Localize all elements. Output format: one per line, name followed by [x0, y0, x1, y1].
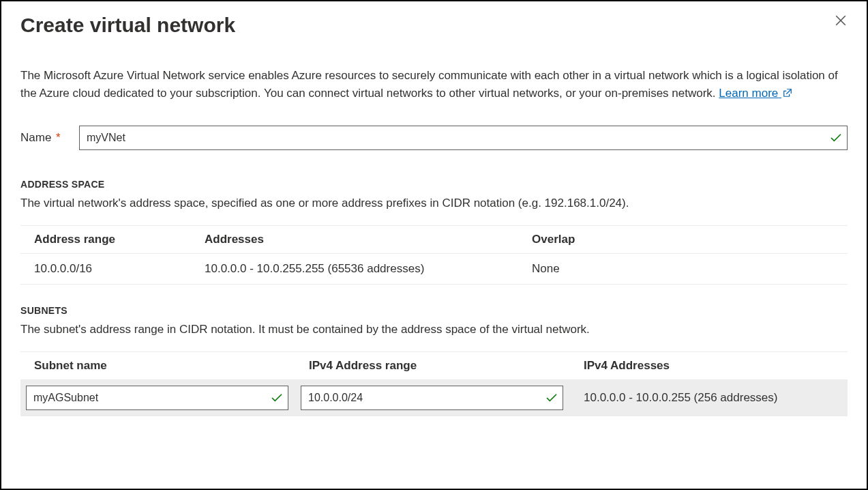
- address-space-desc: The virtual network's address space, spe…: [20, 197, 848, 210]
- table-header-row: Subnet name IPv4 Address range IPv4 Addr…: [20, 351, 848, 379]
- check-icon: [545, 393, 558, 403]
- address-space-heading: ADDRESS SPACE: [20, 179, 848, 190]
- create-vnet-panel: Create virtual network The Microsoft Azu…: [0, 0, 868, 490]
- intro-text: The Microsoft Azure Virtual Network serv…: [20, 67, 848, 104]
- col-subnet-range: IPv4 Address range: [295, 351, 570, 379]
- name-row: Name *: [20, 126, 848, 150]
- intro-body: The Microsoft Azure Virtual Network serv…: [20, 69, 838, 100]
- cell-address-range: 10.0.0.0/16: [20, 253, 191, 284]
- subnets-desc: The subnet's address range in CIDR notat…: [20, 323, 848, 336]
- check-icon: [271, 393, 283, 403]
- name-input-wrap: [79, 126, 848, 150]
- required-asterisk: *: [56, 131, 61, 144]
- name-label: Name *: [20, 131, 79, 145]
- subnet-range-wrap: [301, 386, 563, 410]
- address-space-table: Address range Addresses Overlap 10.0.0.0…: [20, 225, 848, 285]
- learn-more-link[interactable]: Learn more: [719, 87, 792, 100]
- subnets-table: Subnet name IPv4 Address range IPv4 Addr…: [20, 351, 848, 416]
- name-input[interactable]: [79, 126, 848, 150]
- subnet-range-input[interactable]: [301, 386, 563, 410]
- subnets-heading: SUBNETS: [20, 305, 848, 316]
- col-addresses: Addresses: [191, 225, 518, 253]
- table-row[interactable]: 10.0.0.0/16 10.0.0.0 - 10.0.255.255 (655…: [20, 253, 848, 284]
- subnet-name-wrap: [26, 386, 288, 410]
- col-subnet-addresses: IPv4 Addresses: [570, 351, 848, 379]
- check-icon: [830, 133, 842, 143]
- table-row: 10.0.0.0 - 10.0.0.255 (256 addresses): [20, 379, 848, 416]
- cell-addresses: 10.0.0.0 - 10.0.255.255 (65536 addresses…: [191, 253, 518, 284]
- panel-title: Create virtual network: [20, 14, 848, 37]
- svg-line-2: [786, 89, 791, 94]
- external-link-icon: [783, 85, 792, 103]
- close-icon: [835, 14, 847, 29]
- close-button[interactable]: [831, 12, 850, 31]
- subnet-addresses-value: 10.0.0.0 - 10.0.0.255 (256 addresses): [575, 391, 841, 405]
- col-address-range: Address range: [20, 225, 191, 253]
- learn-more-label: Learn more: [719, 87, 778, 100]
- table-header-row: Address range Addresses Overlap: [20, 225, 848, 253]
- col-overlap: Overlap: [518, 225, 848, 253]
- cell-overlap: None: [518, 253, 848, 284]
- col-subnet-name: Subnet name: [20, 351, 295, 379]
- subnet-name-input[interactable]: [26, 386, 288, 410]
